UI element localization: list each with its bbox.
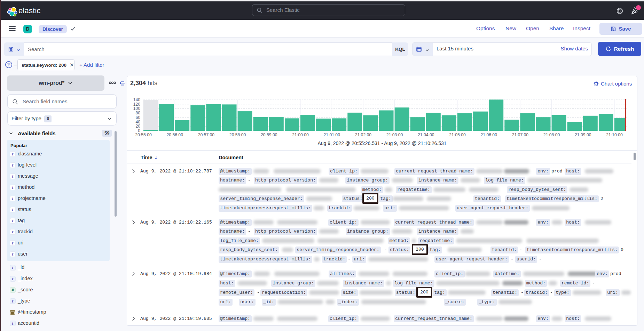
svg-text:21:05:00: 21:05:00 — [449, 132, 466, 137]
svg-text:20:58:00: 20:58:00 — [229, 132, 246, 137]
svg-text:21:10:00: 21:10:00 — [606, 132, 623, 137]
svg-text:21:00:00: 21:00:00 — [292, 132, 309, 137]
svg-text:20: 20 — [135, 124, 140, 129]
svg-text:21:06:00: 21:06:00 — [480, 132, 497, 137]
svg-text:120: 120 — [133, 102, 141, 107]
svg-text:21:07:00: 21:07:00 — [512, 132, 529, 137]
svg-text:20:55:00: 20:55:00 — [135, 132, 152, 137]
svg-text:21:09:00: 21:09:00 — [575, 132, 591, 137]
svg-text:60: 60 — [135, 115, 140, 120]
svg-text:21:08:00: 21:08:00 — [543, 132, 560, 137]
svg-text:21:04:00: 21:04:00 — [418, 132, 434, 137]
svg-text:40: 40 — [135, 120, 140, 124]
svg-text:20:57:00: 20:57:00 — [198, 132, 215, 137]
svg-text:20:56:00: 20:56:00 — [166, 132, 183, 137]
svg-text:21:03:00: 21:03:00 — [386, 132, 403, 137]
svg-text:20:59:00: 20:59:00 — [261, 132, 277, 137]
svg-text:21:02:00: 21:02:00 — [355, 132, 372, 137]
svg-text:140: 140 — [133, 97, 141, 102]
svg-text:100: 100 — [133, 106, 141, 111]
svg-text:80: 80 — [135, 111, 140, 115]
svg-text:21:01:00: 21:01:00 — [323, 132, 340, 137]
